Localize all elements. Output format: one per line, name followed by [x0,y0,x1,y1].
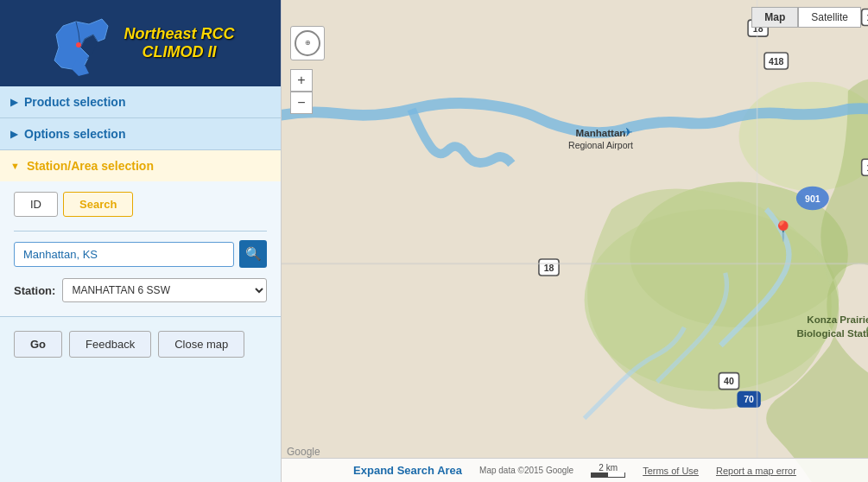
logo-map-icon [46,9,115,78]
scale-bar: 2 km [591,463,625,478]
map-type-selector: Map Satellite [751,7,861,28]
product-selection-header[interactable]: ▶ Product selection [0,86,281,117]
svg-text:40: 40 [724,376,734,386]
logo-area: Northeast RCC CLIMOD II [0,0,281,86]
svg-text:Konza Prairie: Konza Prairie [807,314,868,325]
id-tab[interactable]: ID [14,192,58,217]
zoom-controls: + − [290,69,313,114]
airport-icon: ✈ [623,125,633,139]
svg-text:418: 418 [769,56,784,67]
scale-seg-1 [592,472,608,477]
map-footer: Expand Search Area Map data ©2015 Google… [282,458,868,482]
action-buttons-row: Go Feedback Close map [0,331,281,371]
go-button[interactable]: Go [14,331,62,358]
map-area: 18 18 18 177 177 903 418 18 901 [282,0,868,482]
map-attribution: Map data ©2015 Google [479,466,573,475]
scale-line [591,472,625,478]
options-selection-arrow: ▶ [10,129,17,140]
nav-arrows-icon: ⊕ [305,40,311,47]
terms-of-use-link[interactable]: Terms of Use [643,466,699,476]
product-selection-arrow: ▶ [10,97,17,108]
svg-text:Biological Station: Biological Station [796,328,868,339]
search-tab[interactable]: Search [63,192,133,217]
station-row: Station: MANHATTAN 6 SSW [14,278,267,302]
map-type-satellite-button[interactable]: Satellite [798,7,861,28]
options-selection-section: ▶ Options selection [0,118,281,150]
location-search-row: 🔍 [14,240,267,268]
map-container[interactable]: 18 18 18 177 177 903 418 18 901 [282,0,868,482]
svg-text:Regional Airport: Regional Airport [568,140,633,150]
sidebar: Northeast RCC CLIMOD II ▶ Product select… [0,0,282,482]
divider-1 [14,231,267,231]
expand-search-link[interactable]: Expand Search Area [353,464,462,477]
map-type-map-button[interactable]: Map [751,7,798,28]
station-area-section: ▼ Station/Area selection ID Search 🔍 Sta… [0,150,281,317]
station-area-content: ID Search 🔍 Station: MANHATTAN 6 SSW [0,181,281,316]
svg-text:901: 901 [805,193,820,204]
svg-point-1 [76,42,81,48]
google-logo-text: Google [287,446,320,458]
station-area-header[interactable]: ▼ Station/Area selection [0,150,281,181]
zoom-out-button[interactable]: − [290,92,313,114]
nav-circle: ⊕ [295,30,320,56]
product-selection-label: Product selection [24,95,125,109]
station-label: Station: [14,284,55,297]
svg-text:70: 70 [744,394,754,404]
options-selection-label: Options selection [24,127,125,141]
location-search-input[interactable] [14,242,234,267]
close-map-button[interactable]: Close map [158,331,244,358]
map-navigation-control[interactable]: ⊕ [290,26,325,60]
feedback-button[interactable]: Feedback [69,331,151,358]
search-tab-row: ID Search [14,192,267,217]
location-search-button[interactable]: 🔍 [239,240,267,268]
logo-text: Northeast RCC CLIMOD II [124,25,234,61]
station-area-arrow: ▼ [10,161,20,171]
report-map-error-link[interactable]: Report a map error [716,466,796,476]
options-selection-header[interactable]: ▶ Options selection [0,118,281,149]
station-select[interactable]: MANHATTAN 6 SSW [62,278,267,302]
map-location-pin[interactable]: 📍 [771,220,795,243]
scale-seg-2 [608,472,624,477]
scale-label: 2 km [599,463,618,472]
zoom-in-button[interactable]: + [290,69,313,92]
svg-text:Manhattan: Manhattan [576,128,626,138]
product-selection-section: ▶ Product selection [0,86,281,118]
search-icon: 🔍 [245,246,262,262]
app-title-line1: Northeast RCC [124,25,234,43]
app-title-line2: CLIMOD II [142,43,216,61]
station-area-label: Station/Area selection [27,159,154,173]
google-watermark: Google [287,446,320,458]
